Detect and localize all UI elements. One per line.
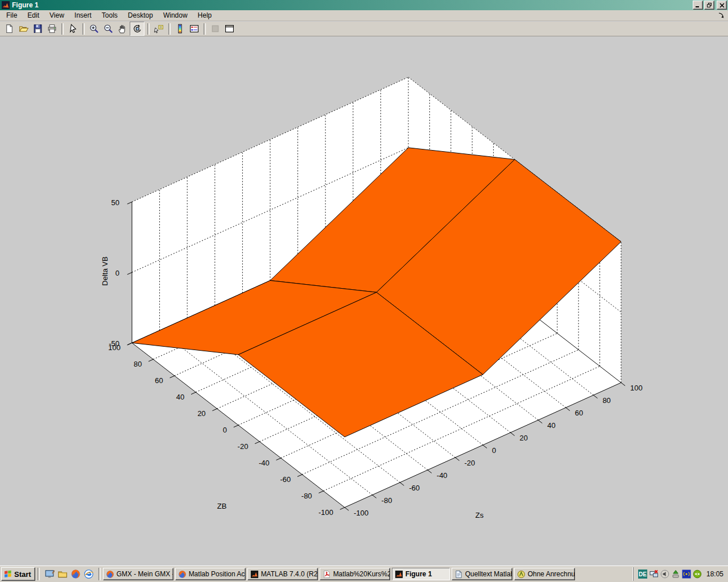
matlab-icon <box>395 570 403 579</box>
pdf-icon <box>322 570 331 579</box>
toolbar-button-save[interactable] <box>31 22 44 35</box>
task-button-label: Figure 1 <box>406 570 432 578</box>
matlab-figure-icon <box>2 1 10 9</box>
toolbar-button-print[interactable] <box>45 22 59 35</box>
zb-tick-label: 100 <box>108 343 121 352</box>
menu-item-help[interactable]: Help <box>193 10 217 20</box>
taskbar: Start GMX - Mein GMX - ...Matlab Positio… <box>0 566 728 582</box>
restore-button[interactable] <box>704 1 714 10</box>
menu-item-view[interactable]: View <box>44 10 69 20</box>
close-button[interactable] <box>717 1 727 10</box>
windows-logo-icon <box>4 570 12 578</box>
edit-plot-arrow-icon <box>68 24 78 34</box>
zs-tick-label: -100 <box>354 509 369 517</box>
save-icon <box>33 24 43 34</box>
tray-network-offline[interactable] <box>650 569 659 579</box>
toolbar-button-hide-plot-tools <box>208 22 222 35</box>
close-icon <box>719 3 725 8</box>
menu-item-insert[interactable]: Insert <box>69 10 97 20</box>
quicklaunch-folder[interactable] <box>57 569 68 579</box>
toolbar-button-show-plot-tools[interactable] <box>222 22 236 35</box>
tray-wireless[interactable] <box>682 569 691 579</box>
tray-nvidia[interactable] <box>693 569 702 579</box>
menu-item-desktop[interactable]: Desktop <box>123 10 158 20</box>
quick-launch <box>42 569 96 579</box>
menu-item-file[interactable]: File <box>1 10 22 20</box>
y-axis-label: Zs <box>475 511 484 519</box>
toolbar-button-zoom-in[interactable] <box>87 22 101 35</box>
task-button-6[interactable]: Ohne Anrechnung1... <box>514 568 575 580</box>
quicklaunch-ie[interactable] <box>84 569 94 579</box>
zb-tick-label: -40 <box>259 459 270 467</box>
title-bar[interactable]: Figure 1 <box>0 0 728 10</box>
zb-tick-label: 0 <box>223 426 227 434</box>
toolbar-button-colorbar[interactable] <box>173 22 187 35</box>
zoom-in-icon <box>89 24 99 34</box>
restore-icon <box>706 2 712 8</box>
notepad-icon <box>454 570 463 579</box>
zb-tick-label: 20 <box>197 409 205 418</box>
system-tray: DE 18:05 <box>633 567 727 581</box>
toolbar-button-rotate-3d[interactable] <box>130 22 144 36</box>
zb-tick-label: -100 <box>318 508 333 517</box>
matlab-icon <box>250 570 259 579</box>
x-axis-label: ZB <box>217 502 227 510</box>
quicklaunch-firefox[interactable] <box>71 569 81 579</box>
window-title: Figure 1 <box>12 1 693 9</box>
toolbar-button-new-file[interactable] <box>2 22 16 35</box>
tray-volume[interactable] <box>660 569 669 579</box>
zs-tick-label: 100 <box>630 384 643 392</box>
legend-icon <box>189 24 199 34</box>
task-button-label: GMX - Mein GMX - ... <box>117 570 173 578</box>
zb-tick-label: -20 <box>238 442 249 451</box>
taskbar-separator <box>98 568 101 580</box>
task-button-0[interactable]: GMX - Mein GMX - ... <box>103 568 173 580</box>
task-button-1[interactable]: Matlab Position Ac... <box>175 568 246 580</box>
language-indicator[interactable]: DE <box>638 569 647 579</box>
wireless-icon <box>682 569 691 579</box>
dock-figure-arrow-icon[interactable] <box>717 11 725 19</box>
menu-item-tools[interactable]: Tools <box>97 10 123 20</box>
toolbar-button-legend[interactable] <box>187 22 201 35</box>
quicklaunch-show-desktop[interactable] <box>44 569 55 579</box>
colorbar-icon <box>175 24 185 34</box>
task-button-5[interactable]: Quelltext Matlab.txt ... <box>452 568 512 580</box>
start-button[interactable]: Start <box>1 567 35 581</box>
task-button-label: Quelltext Matlab.txt ... <box>465 570 512 578</box>
toolbar-button-zoom-out[interactable] <box>101 22 115 35</box>
zs-tick-label: 20 <box>520 434 528 442</box>
zs-tick-label: -60 <box>409 484 420 492</box>
firefox-icon <box>178 570 187 579</box>
surface-plot-axes[interactable]: -50050-100-80-60-40-20020406080100-100-8… <box>0 36 728 566</box>
folder-icon <box>57 569 68 579</box>
task-buttons: GMX - Mein GMX - ...Matlab Position Ac..… <box>103 568 631 580</box>
toolbar-separator <box>204 23 206 35</box>
task-button-label: MATLAB 7.4.0 (R2... <box>261 570 318 578</box>
taskbar-clock: 18:05 <box>706 570 723 578</box>
toolbar-button-edit-plot-arrow[interactable] <box>66 22 80 35</box>
menu-item-edit[interactable]: Edit <box>22 10 44 20</box>
toolbar-separator <box>82 23 85 35</box>
new-file-icon <box>5 24 14 34</box>
task-button-label: Matlab%20Kurs%20... <box>333 570 390 578</box>
menu-bar: FileEditViewInsertToolsDesktopWindowHelp <box>0 10 728 21</box>
minimize-button[interactable] <box>693 1 703 10</box>
toolbar-button-pan-hand[interactable] <box>115 22 129 35</box>
zs-tick-label: 40 <box>547 421 555 430</box>
zb-tick-label: 60 <box>155 376 163 385</box>
toolbar <box>0 22 728 36</box>
show-plot-tools-icon <box>225 24 234 34</box>
toolbar-separator <box>61 23 64 35</box>
task-button-4[interactable]: Figure 1 <box>392 568 450 580</box>
firefox-icon <box>106 570 114 579</box>
menu-item-window[interactable]: Window <box>158 10 193 20</box>
toolbar-button-data-cursor[interactable] <box>152 22 166 35</box>
toolbar-button-open-file[interactable] <box>16 22 30 35</box>
task-button-3[interactable]: Matlab%20Kurs%20... <box>320 568 390 580</box>
network-offline-icon <box>650 569 659 579</box>
start-label: Start <box>14 570 31 579</box>
zs-tick-label: 0 <box>492 446 496 455</box>
open-file-icon <box>19 24 28 34</box>
task-button-2[interactable]: MATLAB 7.4.0 (R2... <box>247 568 318 580</box>
tray-usb-eject[interactable] <box>671 569 680 579</box>
